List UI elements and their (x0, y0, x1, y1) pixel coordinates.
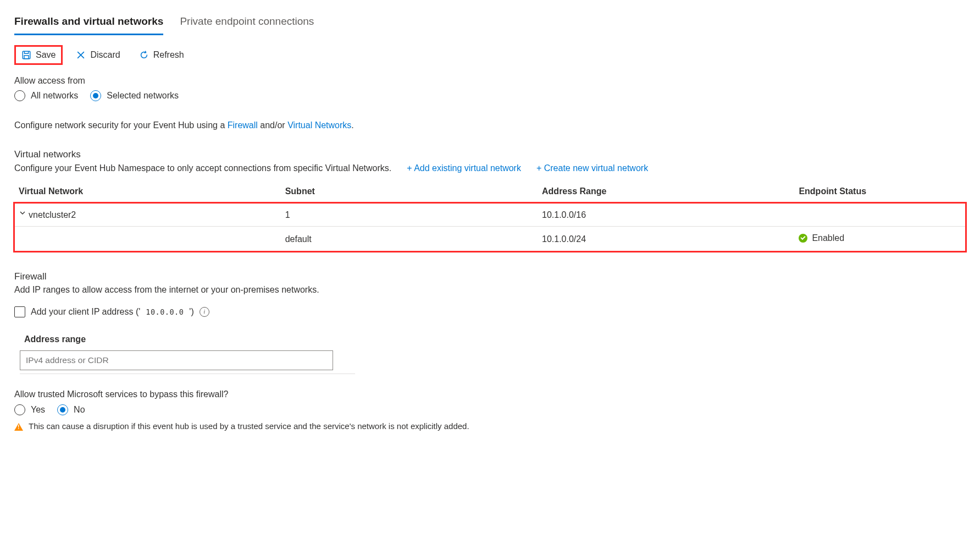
close-icon (76, 50, 86, 60)
cell-status (794, 203, 966, 227)
address-range-label: Address range (24, 333, 966, 345)
radio-bypass-yes[interactable]: Yes (14, 404, 45, 416)
cell-range: 10.1.0.0/16 (538, 203, 794, 227)
bypass-warning-text: This can cause a disruption if this even… (29, 421, 469, 432)
chevron-down-icon[interactable] (19, 208, 26, 220)
vnet-heading-row: Configure your Event Hub Namespace to on… (14, 162, 966, 174)
cell-vnet-name: vnetcluster2 (29, 210, 76, 219)
radio-all-label: All networks (31, 90, 78, 102)
cell-range: 10.1.0.0/24 (538, 227, 794, 251)
vnet-table: Virtual Network Subnet Address Range End… (14, 181, 966, 252)
firewall-heading: Firewall (14, 271, 966, 283)
add-existing-vnet-link[interactable]: + Add existing virtual network (407, 162, 521, 174)
add-client-ip-checkbox[interactable] (14, 306, 25, 317)
vnet-description: Configure your Event Hub Namespace to on… (14, 162, 391, 174)
col-address-range: Address Range (538, 181, 794, 203)
tab-firewalls[interactable]: Firewalls and virtual networks (14, 13, 163, 35)
radio-all-networks[interactable]: All networks (14, 90, 78, 102)
svg-rect-1 (24, 56, 29, 59)
radio-no-label: No (74, 404, 85, 416)
col-virtual-network: Virtual Network (14, 181, 281, 203)
bypass-question: Allow trusted Microsoft services to bypa… (14, 388, 966, 400)
refresh-button[interactable]: Refresh (134, 47, 190, 63)
refresh-label: Refresh (153, 50, 184, 60)
tab-private-endpoints[interactable]: Private endpoint connections (180, 13, 314, 35)
radio-circle-icon (90, 90, 101, 101)
cell-subnet: default (281, 227, 538, 251)
vnet-heading: Virtual networks (14, 149, 966, 161)
table-row[interactable]: default 10.1.0.0/24 Enabled (14, 227, 966, 251)
cell-subnet: 1 (281, 203, 538, 227)
vnet-table-header: Virtual Network Subnet Address Range End… (14, 181, 966, 203)
address-range-input[interactable] (20, 350, 333, 370)
toolbar: Save Discard Refresh (14, 45, 966, 65)
link-firewall[interactable]: Firewall (228, 120, 258, 130)
checkmark-circle-icon (799, 234, 807, 243)
allow-access-radios: All networks Selected networks (14, 90, 966, 102)
radio-circle-icon (14, 404, 25, 415)
info-icon[interactable]: i (200, 307, 209, 317)
discard-button[interactable]: Discard (70, 47, 125, 63)
status-enabled: Enabled (799, 232, 844, 244)
link-virtual-networks[interactable]: Virtual Networks (287, 120, 351, 130)
client-ip-value: 10.0.0.0 (146, 307, 184, 317)
radio-selected-networks[interactable]: Selected networks (90, 90, 179, 102)
radio-selected-label: Selected networks (107, 90, 179, 102)
save-icon (21, 50, 31, 60)
create-new-vnet-link[interactable]: + Create new virtual network (536, 162, 648, 174)
radio-circle-icon (14, 90, 25, 101)
bypass-warning: This can cause a disruption if this even… (14, 421, 966, 432)
add-client-ip-label-suffix: ') (189, 306, 193, 318)
radio-bypass-no[interactable]: No (57, 404, 85, 416)
save-button[interactable]: Save (14, 45, 63, 65)
col-endpoint-status: Endpoint Status (794, 181, 966, 203)
add-client-ip-label-prefix: Add your client IP address (' (31, 306, 140, 318)
tabs: Firewalls and virtual networks Private e… (14, 13, 966, 35)
cell-vnet-name (14, 227, 281, 251)
cell-status: Enabled (812, 232, 844, 244)
discard-label: Discard (90, 50, 120, 60)
refresh-icon (139, 50, 149, 60)
configure-description: Configure network security for your Even… (14, 119, 966, 131)
col-subnet: Subnet (281, 181, 538, 203)
firewall-description: Add IP ranges to allow access from the i… (14, 284, 966, 296)
add-client-ip-row: Add your client IP address (' 10.0.0.0 '… (14, 306, 966, 318)
bypass-radios: Yes No (14, 404, 966, 416)
radio-yes-label: Yes (31, 404, 45, 416)
radio-circle-icon (57, 404, 68, 415)
save-label: Save (36, 50, 56, 60)
warning-icon (14, 423, 23, 431)
table-row[interactable]: vnetcluster2 1 10.1.0.0/16 (14, 203, 966, 227)
allow-access-label: Allow access from (14, 75, 966, 87)
